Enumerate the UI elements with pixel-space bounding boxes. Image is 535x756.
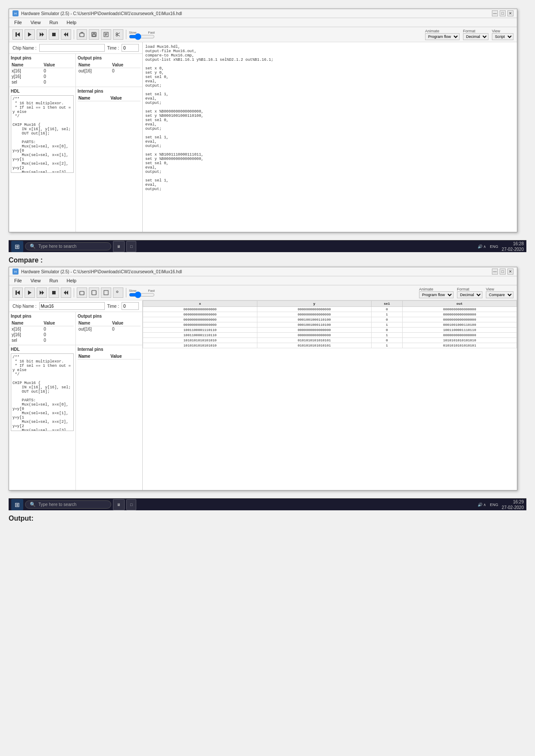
search-text-1[interactable]: Type here to search xyxy=(38,244,76,249)
main-content-1: Chip Name : Time : Input pins Name xyxy=(9,42,517,232)
menu-run-2[interactable]: Run xyxy=(47,277,59,284)
input-col-value-1: Value xyxy=(43,62,74,68)
toolbar2-step-back-btn[interactable] xyxy=(13,287,23,298)
table-row: 0000000000000000000100100011010000000000… xyxy=(143,317,517,322)
compare-col-sel: sel xyxy=(371,301,402,307)
table-row: out[16] 0 xyxy=(78,326,141,332)
table-row: 0000000000000000000100100011010010001001… xyxy=(143,322,517,328)
taskbar-app-1[interactable]: 🖥 xyxy=(113,241,125,252)
hdl-textarea-1[interactable] xyxy=(11,95,74,173)
toolbar2-save-btn[interactable] xyxy=(89,287,99,298)
taskbar2-app-2[interactable]: □ xyxy=(126,499,136,510)
table-row: 1001100001110110000000000000000010000000… xyxy=(143,333,517,338)
menu-bar-1: File View Run Help xyxy=(9,18,517,27)
input-pins-1: Input pins Name Value x[16] xyxy=(9,54,76,87)
format-select-2[interactable]: Decimal xyxy=(457,291,482,298)
menu-view-2[interactable]: View xyxy=(29,277,43,284)
compare-col-out: out xyxy=(403,301,517,307)
toolbar-step-back-btn[interactable] xyxy=(13,29,23,40)
compare-cell-out: 1001100001110110 xyxy=(403,328,517,333)
toolbar-fast-forward-btn[interactable] xyxy=(37,29,47,40)
internal-pins-half-2: Internal pins Name Value xyxy=(76,345,142,490)
search-text-2[interactable]: Type here to search xyxy=(38,502,76,507)
svg-rect-30 xyxy=(104,291,108,295)
menu-file-2[interactable]: File xyxy=(13,277,24,284)
chip-name-input-1[interactable] xyxy=(39,44,105,52)
chip-name-row-1: Chip Name : Time : xyxy=(9,42,142,54)
toolbar-play-btn[interactable] xyxy=(25,29,35,40)
toolbar2-script-btn[interactable] xyxy=(101,287,111,298)
taskbar-right-1: 🔊 ∧ ENG 16:28 27-02-2020 xyxy=(478,241,524,252)
menu-help-1[interactable]: Help xyxy=(65,19,78,26)
animate-label-2: Animate xyxy=(419,287,454,291)
hdl-section-2: HDL Internal pins Name Value xyxy=(9,345,142,490)
svg-line-18 xyxy=(118,33,120,34)
time-label-2: Time : xyxy=(107,304,119,309)
start-btn-1[interactable]: ⊞ xyxy=(11,241,23,252)
close-btn-1[interactable]: ✕ xyxy=(507,10,513,16)
toolbar2-fast-forward-btn[interactable] xyxy=(37,287,47,298)
minimize-btn-1[interactable]: — xyxy=(492,10,498,16)
svg-marker-1 xyxy=(17,32,20,37)
animate-select-2[interactable]: Program flow xyxy=(419,291,454,298)
toolbar-script-btn[interactable] xyxy=(101,29,111,40)
toolbar-save-btn[interactable] xyxy=(89,29,99,40)
taskbar-2: ⊞ 🔍 Type here to search 🖥 □ 🔊 ∧ ENG 16:2… xyxy=(9,498,526,510)
taskbar-app-icon-2: □ xyxy=(130,244,132,249)
minimize-btn-2[interactable]: — xyxy=(492,269,498,275)
toolbar-scissors-btn[interactable] xyxy=(113,29,123,40)
view-select-2[interactable]: Compare xyxy=(486,291,513,298)
toolbar-load-btn[interactable] xyxy=(77,29,87,40)
compare-cell-out: 0001001000110100 xyxy=(403,322,517,328)
close-btn-2[interactable]: ✕ xyxy=(507,269,513,275)
maximize-btn-2[interactable]: □ xyxy=(500,269,506,275)
toolbar2-stop-btn[interactable] xyxy=(49,287,59,298)
chip-name-input-2[interactable] xyxy=(39,302,105,310)
menu-file-1[interactable]: File xyxy=(13,19,24,26)
taskbar-time-1: 16:28 27-02-2020 xyxy=(502,241,524,252)
maximize-btn-1[interactable]: □ xyxy=(500,10,506,16)
toolbar2-scissors-btn[interactable] xyxy=(113,287,123,298)
simulator-window-2: H Hardware Simulator (2.5) - C:\Users\HP… xyxy=(9,267,517,490)
speed-slider[interactable] xyxy=(129,35,155,38)
pin-value: 0 xyxy=(111,68,141,74)
toolbar-stop-btn[interactable] xyxy=(49,29,59,40)
menu-run-1[interactable]: Run xyxy=(47,19,59,26)
pin-name: out[16] xyxy=(78,68,111,74)
taskbar2-app-1[interactable]: 🖥 xyxy=(113,499,125,510)
pin-name: y[16] xyxy=(11,332,43,337)
format-select[interactable]: Decimal xyxy=(463,33,488,40)
toolbar2-play-btn[interactable] xyxy=(25,287,35,298)
compare-cell-x: 1010101010101010 xyxy=(143,338,257,343)
toolbar2-rewind-btn[interactable] xyxy=(61,287,71,298)
toolbar-right-2: Animate Program flow Format Decimal View… xyxy=(419,287,513,298)
window-title-2: Hardware Simulator (2.5) - C:\Users\HP\D… xyxy=(21,269,182,274)
compare-cell-sel: 0 xyxy=(371,328,402,333)
menu-view-1[interactable]: View xyxy=(29,19,43,26)
menu-help-2[interactable]: Help xyxy=(65,277,78,284)
search-icon-2: 🔍 xyxy=(30,502,36,507)
format-label: Format xyxy=(463,29,488,33)
svg-line-19 xyxy=(118,35,120,36)
table-row: 0000000000000000000000000000000010000000… xyxy=(143,312,517,317)
compare-cell-out: 0101010101010101 xyxy=(403,343,517,348)
pin-value: 0 xyxy=(43,326,74,332)
time-input-2[interactable] xyxy=(122,302,139,310)
script-textarea-1[interactable] xyxy=(143,42,517,232)
view-select-1[interactable]: Script xyxy=(492,33,513,40)
taskbar-icons-1: 🔊 ∧ xyxy=(478,244,487,249)
taskbar-app-2[interactable]: □ xyxy=(126,241,136,252)
hdl-header-2: HDL xyxy=(11,347,74,352)
table-row: y[16] 0 xyxy=(11,332,74,337)
hdl-textarea-2[interactable] xyxy=(11,353,74,431)
animate-select[interactable]: Program flow xyxy=(425,33,460,40)
svg-rect-11 xyxy=(93,34,95,36)
toolbar2-load-btn[interactable] xyxy=(77,287,87,298)
toolbar-rewind-btn[interactable] xyxy=(61,29,71,40)
speed-slider-2[interactable] xyxy=(129,293,155,297)
pin-value: 0 xyxy=(43,68,74,74)
start-btn-2[interactable]: ⊞ xyxy=(11,499,23,510)
time-input-1[interactable] xyxy=(122,44,139,52)
compare-cell-out: 0000000000000000 xyxy=(403,312,517,317)
pin-name: sel xyxy=(11,79,43,85)
